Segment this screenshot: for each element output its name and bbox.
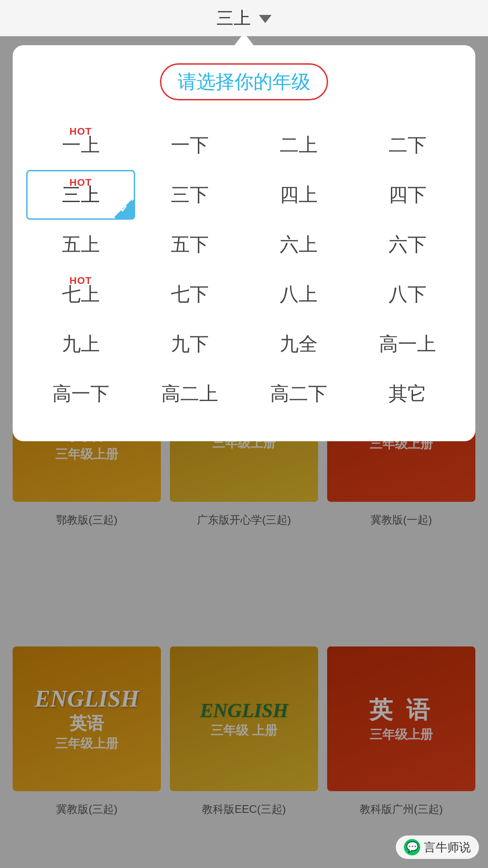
grade-cell-八下[interactable]: 八下: [353, 269, 462, 319]
grade-cell-一下[interactable]: 一下: [135, 120, 244, 170]
grade-label: 其它: [389, 381, 427, 406]
grade-cell-高一下[interactable]: 高一下: [26, 369, 135, 419]
grade-cell-七上[interactable]: HOT七上: [26, 269, 135, 319]
wechat-icon: 💬: [406, 841, 418, 853]
grade-grid: HOT一上一下二上二下HOT三上✓三下四上四下五上五下六上六下HOT七上七下八上…: [26, 120, 462, 419]
grade-label: 高二下: [270, 381, 327, 406]
grade-cell-三上[interactable]: HOT三上✓: [26, 170, 135, 220]
grade-label: 六下: [389, 232, 427, 257]
grade-label: 二下: [389, 132, 427, 158]
grade-cell-九下[interactable]: 九下: [135, 319, 244, 369]
grade-cell-六下[interactable]: 六下: [353, 220, 462, 269]
grade-cell-六上[interactable]: 六上: [244, 220, 353, 269]
grade-cell-八上[interactable]: 八上: [244, 269, 353, 319]
header-bar: 三上: [0, 0, 488, 36]
popup-title-wrapper: 请选择你的年级: [26, 63, 462, 100]
grade-cell-一上[interactable]: HOT一上: [26, 120, 135, 170]
grade-cell-五下[interactable]: 五下: [135, 220, 244, 269]
current-grade-label: 三上: [216, 7, 251, 30]
grade-label: 高一下: [52, 381, 109, 406]
watermark-icon: 💬: [404, 839, 420, 855]
grade-selector[interactable]: 三上: [216, 7, 272, 30]
grade-cell-九上[interactable]: 九上: [26, 319, 135, 369]
grade-label: 八上: [280, 282, 318, 307]
grade-label: 四下: [389, 182, 427, 208]
grade-cell-三下[interactable]: 三下: [135, 170, 244, 220]
grade-cell-其它[interactable]: 其它: [353, 369, 462, 419]
grade-cell-四上[interactable]: 四上: [244, 170, 353, 220]
hot-badge: HOT: [70, 126, 92, 137]
grade-label: 二上: [280, 132, 318, 158]
grade-label: 高一上: [379, 331, 436, 357]
grade-cell-四下[interactable]: 四下: [353, 170, 462, 220]
grade-cell-高二下[interactable]: 高二下: [244, 369, 353, 419]
grade-label: 九上: [62, 331, 100, 357]
popup-title: 请选择你的年级: [160, 63, 328, 100]
grade-label: 八下: [389, 282, 427, 307]
grade-cell-七下[interactable]: 七下: [135, 269, 244, 319]
grade-label: 四上: [280, 182, 318, 208]
grade-label: 九全: [280, 331, 318, 357]
grade-select-popup: 请选择你的年级 HOT一上一下二上二下HOT三上✓三下四上四下五上五下六上六下H…: [13, 45, 475, 441]
check-icon: ✓: [120, 204, 128, 214]
grade-cell-二上[interactable]: 二上: [244, 120, 353, 170]
popup-arrow: [234, 33, 254, 46]
selected-checkmark: ✓: [116, 201, 132, 217]
grade-label: 三下: [171, 182, 209, 208]
grade-label: 一下: [171, 132, 209, 158]
grade-label: 五下: [171, 232, 209, 257]
watermark: 💬 言牛师说: [396, 835, 479, 859]
grade-cell-二下[interactable]: 二下: [353, 120, 462, 170]
grade-cell-五上[interactable]: 五上: [26, 220, 135, 269]
hot-badge: HOT: [70, 275, 92, 287]
grade-label: 九下: [171, 331, 209, 357]
grade-label: 五上: [62, 232, 100, 257]
grade-cell-高二上[interactable]: 高二上: [135, 369, 244, 419]
watermark-text: 言牛师说: [424, 840, 471, 855]
chevron-down-icon: [259, 15, 272, 23]
grade-label: 七下: [171, 282, 209, 307]
grade-cell-九全[interactable]: 九全: [244, 319, 353, 369]
grade-cell-高一上[interactable]: 高一上: [353, 319, 462, 369]
grade-label: 六上: [280, 232, 318, 257]
hot-badge: HOT: [70, 177, 92, 189]
grade-label: 高二上: [161, 381, 218, 406]
